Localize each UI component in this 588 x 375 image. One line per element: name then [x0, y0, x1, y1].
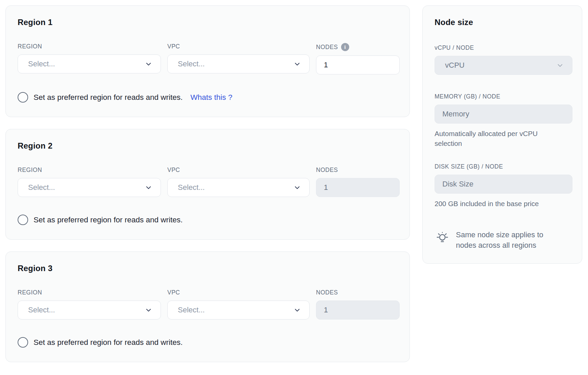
chevron-down-icon [293, 184, 301, 192]
region-1-nodes-input[interactable] [316, 56, 400, 74]
disk-help-text: 200 GB included in the base price [435, 199, 554, 208]
region-1-vpc-placeholder: Select... [178, 60, 205, 68]
cluster-config-page: Region 1 REGION Select... VPC Select... [0, 0, 588, 362]
region-1-vpc-field: VPC Select... [167, 43, 310, 74]
memory-help-text: Automatically allocated per vCPU selecti… [435, 129, 554, 148]
region-3-nodes-input [316, 301, 400, 319]
region-3-vpc-select[interactable]: Select... [167, 301, 310, 319]
region-3-region-field: REGION Select... [18, 289, 161, 319]
region-2-card: Region 2 REGION Select... VPC Select... [5, 129, 410, 240]
region-2-preferred-label: Set as preferred region for reads and wr… [34, 215, 183, 225]
info-icon[interactable]: i [341, 43, 349, 51]
region-1-card: Region 1 REGION Select... VPC Select... [5, 5, 410, 117]
region-1-title: Region 1 [18, 17, 399, 27]
region-1-vpc-label: VPC [167, 43, 310, 50]
region-3-card: Region 3 REGION Select... VPC Select... [5, 251, 410, 362]
region-3-vpc-field: VPC Select... [167, 289, 310, 319]
region-3-fields: REGION Select... VPC Select... [18, 289, 399, 319]
region-2-region-label: REGION [18, 167, 161, 174]
region-2-preferred-radio[interactable] [18, 215, 28, 225]
disk-label: DISK SIZE (GB) / NODE [435, 163, 572, 170]
node-size-note-text: Same node size applies to nodes across a… [456, 229, 547, 250]
node-size-note: Same node size applies to nodes across a… [435, 229, 572, 250]
region-3-vpc-placeholder: Select... [178, 306, 205, 314]
regions-column: Region 1 REGION Select... VPC Select... [5, 5, 410, 362]
region-2-nodes-input [316, 178, 400, 197]
region-2-region-placeholder: Select... [28, 183, 55, 192]
vcpu-select: vCPU [435, 56, 572, 75]
region-1-preferred-radio[interactable] [18, 92, 28, 103]
region-1-region-select[interactable]: Select... [18, 54, 161, 73]
region-3-region-label: REGION [18, 289, 161, 296]
node-size-title: Node size [435, 17, 572, 27]
region-1-nodes-label-text: NODES [316, 44, 338, 51]
region-1-region-field: REGION Select... [18, 43, 161, 74]
region-3-nodes-field: NODES [316, 289, 400, 319]
region-1-region-label: REGION [18, 43, 161, 50]
region-1-region-placeholder: Select... [28, 60, 55, 68]
whats-this-link[interactable]: Whats this ? [190, 92, 232, 103]
region-1-nodes-label: NODES i [316, 43, 400, 51]
vcpu-label: vCPU / NODE [435, 44, 572, 51]
chevron-down-icon [293, 306, 301, 314]
memory-label: MEMORY (GB) / NODE [435, 93, 572, 100]
memory-field: MEMORY (GB) / NODE Automatically allocat… [435, 93, 572, 148]
vcpu-selected-value: vCPU [445, 61, 464, 70]
node-size-column: Node size vCPU / NODE vCPU MEMORY (GB) /… [422, 5, 582, 264]
vcpu-field: vCPU / NODE vCPU [435, 44, 572, 75]
region-2-vpc-select[interactable]: Select... [167, 178, 310, 197]
node-size-card: Node size vCPU / NODE vCPU MEMORY (GB) /… [422, 5, 582, 264]
region-3-preferred-label: Set as preferred region for reads and wr… [34, 337, 183, 348]
memory-input [435, 105, 572, 124]
region-3-preferred-radio[interactable] [18, 337, 28, 348]
region-2-vpc-label: VPC [167, 167, 310, 174]
region-1-preferred-row: Set as preferred region for reads and wr… [18, 92, 399, 103]
disk-input [435, 175, 572, 194]
region-2-nodes-label: NODES [316, 167, 400, 174]
region-2-vpc-field: VPC Select... [167, 167, 310, 197]
region-2-region-select[interactable]: Select... [18, 178, 161, 197]
chevron-down-icon [556, 62, 564, 69]
region-1-nodes-field: NODES i [316, 43, 400, 74]
region-2-fields: REGION Select... VPC Select... [18, 167, 399, 197]
region-3-nodes-label: NODES [316, 289, 400, 296]
disk-field: DISK SIZE (GB) / NODE 200 GB included in… [435, 163, 572, 208]
region-3-title: Region 3 [18, 263, 399, 273]
region-3-region-placeholder: Select... [28, 306, 55, 314]
region-1-fields: REGION Select... VPC Select... [18, 43, 399, 74]
region-3-region-select[interactable]: Select... [18, 301, 161, 319]
region-2-vpc-placeholder: Select... [178, 183, 205, 192]
region-3-preferred-row: Set as preferred region for reads and wr… [18, 337, 399, 348]
region-1-preferred-label: Set as preferred region for reads and wr… [34, 92, 183, 103]
chevron-down-icon [293, 60, 301, 68]
chevron-down-icon [145, 306, 152, 314]
region-3-vpc-label: VPC [167, 289, 310, 296]
lightbulb-icon [435, 230, 450, 248]
chevron-down-icon [145, 184, 152, 192]
region-2-region-field: REGION Select... [18, 167, 161, 197]
chevron-down-icon [145, 60, 152, 68]
region-2-nodes-field: NODES [316, 167, 400, 197]
region-1-vpc-select[interactable]: Select... [167, 54, 310, 73]
region-2-preferred-row: Set as preferred region for reads and wr… [18, 215, 399, 225]
region-2-title: Region 2 [18, 141, 399, 151]
